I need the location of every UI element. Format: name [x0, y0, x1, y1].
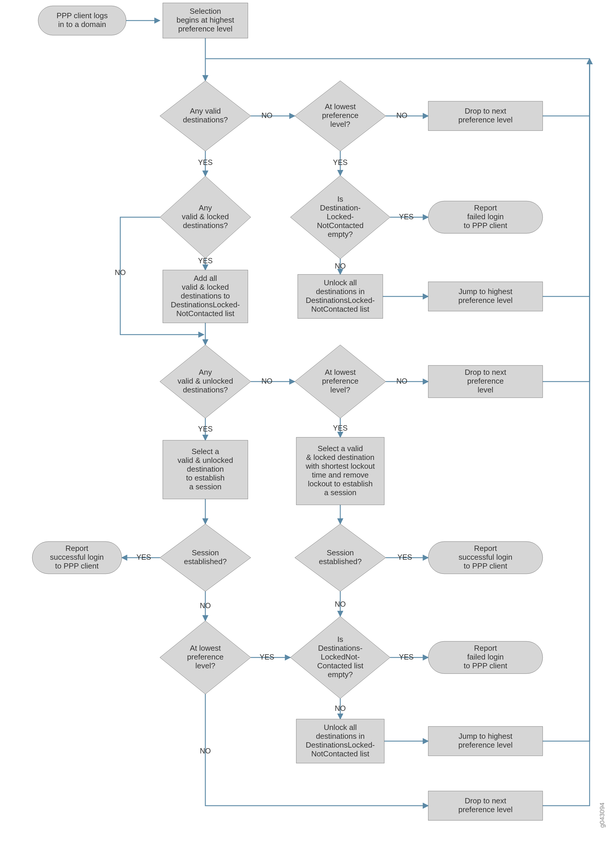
- lbl-lowest3-no: NO: [200, 747, 211, 755]
- lbl-lowest1-yes: YES: [333, 158, 348, 166]
- edge-jump2-return: [543, 59, 590, 741]
- lbl-lowest1-no: NO: [396, 111, 407, 120]
- node-d-any-locked: Anyvalid & lockeddestinations?: [160, 176, 251, 258]
- lbl-dlnc1-no: NO: [335, 262, 346, 270]
- lbl-dlnc2-yes: YES: [399, 653, 414, 661]
- text-p-drop1: Drop to nextpreference level: [459, 107, 513, 124]
- text-p-drop3: Drop to nextpreference level: [459, 796, 513, 814]
- node-p-drop3: Drop to nextpreference level: [428, 791, 543, 820]
- node-p-drop2: Drop to nextpreferencelevel: [428, 365, 543, 398]
- text-p-jump2: Jump to highestpreference level: [459, 732, 513, 749]
- lbl-sess2-yes: YES: [397, 553, 412, 561]
- lbl-dlnc1-yes: YES: [399, 213, 414, 221]
- lbl-lowest2-yes: YES: [333, 424, 348, 432]
- lbl-anyunlocked-yes: YES: [198, 425, 212, 433]
- node-p-unlock2: Unlock alldestinations inDestinationsLoc…: [296, 719, 384, 763]
- lbl-sess1-no: NO: [200, 601, 211, 610]
- lbl-anylocked-no: NO: [115, 268, 126, 276]
- flowchart-canvas: NO NO YES YES YES NO YES NO NO NO YES YE…: [0, 0, 616, 855]
- node-d-lowest3: At lowestpreferencelevel?: [160, 621, 251, 694]
- node-d-dlnc-empty1: IsDestination-Locked-NotContactedempty?: [290, 176, 390, 259]
- edge-jump1-return: [543, 59, 590, 296]
- node-p-sel-lock: Select a valid& locked destinationwith s…: [296, 437, 384, 505]
- node-d-sess1: Sessionestablished?: [160, 524, 251, 591]
- node-start: PPP client logsin to a domain: [38, 6, 126, 35]
- image-id: g043094: [598, 803, 606, 828]
- node-d-lowest1: At lowestpreferencelevel?: [295, 81, 386, 151]
- node-p-addall: Add allvalid & lockeddestinations toDest…: [163, 270, 248, 323]
- node-p-jump1: Jump to highestpreference level: [428, 282, 543, 311]
- node-p-unlock1: Unlock alldestinations inDestinationsLoc…: [298, 274, 383, 319]
- node-t-succ2: Reportsuccessful loginto PPP client: [428, 541, 543, 574]
- node-d-lowest2: At lowestpreferencelevel?: [295, 345, 386, 418]
- node-d-sess2: Sessionestablished?: [295, 524, 386, 591]
- lbl-dlnc2-no: NO: [335, 704, 346, 712]
- lbl-anyvalid-no: NO: [261, 111, 272, 120]
- lbl-sess2-no: NO: [335, 600, 346, 608]
- node-d-dlnc-empty2: IsDestinations-LockedNot-Contacted liste…: [290, 616, 390, 699]
- node-p-jump2: Jump to highestpreference level: [428, 726, 543, 756]
- lbl-lowest2-no: NO: [396, 377, 407, 385]
- edge-drop2-return: [543, 59, 590, 382]
- node-p-drop1: Drop to nextpreference level: [428, 101, 543, 130]
- lbl-anyvalid-yes: YES: [198, 158, 212, 166]
- node-t-fail1: Reportfailed loginto PPP client: [428, 201, 543, 233]
- node-t-fail2: Reportfailed loginto PPP client: [428, 641, 543, 674]
- node-p-sel-unlock: Select avalid & unlockeddestinationto es…: [163, 440, 248, 499]
- text-start: PPP client logsin to a domain: [57, 11, 108, 29]
- node-t-succ1: Reportsuccessful loginto PPP client: [32, 541, 122, 574]
- node-d-any-valid: Any validdestinations?: [160, 81, 251, 151]
- node-sel-begin: Selectionbegins at highestpreference lev…: [163, 3, 248, 38]
- lbl-anyunlocked-no: NO: [261, 377, 272, 385]
- edge-drop3-return: [543, 59, 590, 806]
- node-d-any-unlocked: Anyvalid & unlockeddestinations?: [160, 345, 251, 418]
- text-p-jump1: Jump to highestpreference level: [459, 287, 513, 305]
- lbl-sess1-yes: YES: [136, 553, 151, 561]
- edge-drop1-return: [543, 59, 590, 116]
- lbl-lowest3-yes: YES: [260, 653, 274, 661]
